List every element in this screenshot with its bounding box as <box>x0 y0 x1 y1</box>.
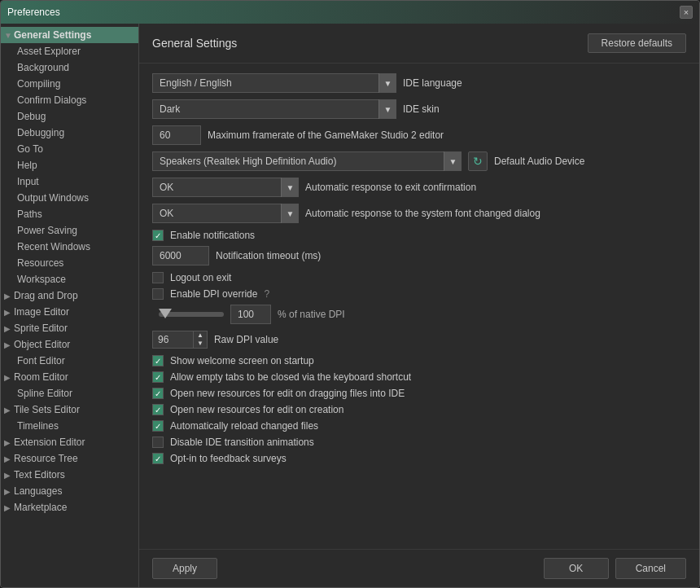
main-content: ▼General SettingsAsset ExplorerBackgroun… <box>1 24 699 587</box>
framerate-input[interactable] <box>152 125 201 145</box>
raw-dpi-row: ▲ ▼ Raw DPI value <box>152 331 686 349</box>
content-title: General Settings <box>152 37 237 50</box>
sidebar-item-paths[interactable]: Paths <box>1 206 138 222</box>
audio-refresh-button[interactable]: ↻ <box>468 151 488 171</box>
disable-ide-transition-label: Disable IDE transition animations <box>170 437 314 448</box>
check-icon: ✓ <box>155 357 161 366</box>
check-icon: ✓ <box>155 389 161 398</box>
sidebar-item-label: Paths <box>17 208 42 220</box>
sidebar-item-spline-editor[interactable]: Spline Editor <box>1 385 138 402</box>
logout-on-exit-checkbox[interactable] <box>152 272 164 283</box>
sidebar-item-debugging[interactable]: Debugging <box>1 125 138 141</box>
notification-timeout-label: Notification timeout (ms) <box>216 250 321 261</box>
sidebar-item-extension-editor[interactable]: ▶Extension Editor <box>1 434 138 450</box>
sidebar-item-drag-and-drop[interactable]: ▶Drag and Drop <box>1 287 138 304</box>
sidebar-item-sprite-editor[interactable]: ▶Sprite Editor <box>1 320 138 336</box>
framerate-row: Maximum framerate of the GameMaker Studi… <box>152 125 686 145</box>
auto-reload-checkbox[interactable]: ✓ <box>152 420 164 432</box>
apply-button[interactable]: Apply <box>152 558 217 579</box>
audio-device-select-wrap: Speakers (Realtek High Definition Audio)… <box>152 151 462 171</box>
expand-icon: ▶ <box>4 438 11 447</box>
expand-icon: ▶ <box>4 487 11 496</box>
sidebar-item-font-editor[interactable]: Font Editor <box>1 353 138 369</box>
sidebar-item-label: Go To <box>17 143 43 155</box>
sidebar-item-compiling[interactable]: Compiling <box>1 76 138 92</box>
content-header: General Settings Restore defaults <box>139 24 699 64</box>
sidebar-item-workspace[interactable]: Workspace <box>1 271 138 287</box>
cancel-button[interactable]: Cancel <box>615 558 686 579</box>
expand-icon: ▶ <box>4 503 11 512</box>
sidebar-item-image-editor[interactable]: ▶Image Editor <box>1 304 138 320</box>
restore-defaults-button[interactable]: Restore defaults <box>588 33 686 53</box>
dpi-slider-track[interactable] <box>159 312 224 317</box>
sidebar-item-label: Object Editor <box>14 339 70 350</box>
enable-dpi-override-label: Enable DPI override <box>170 288 257 300</box>
sidebar-item-asset-explorer[interactable]: Asset Explorer <box>1 43 138 59</box>
check-icon: ✓ <box>155 373 161 382</box>
title-bar: Preferences × <box>1 1 699 24</box>
exit-confirmation-select[interactable]: OK Cancel Ask <box>152 178 299 197</box>
font-changed-select-wrap: OK Cancel Ask ▼ <box>152 204 299 223</box>
sidebar-item-label: Compiling <box>17 78 60 90</box>
ide-language-select-wrap: English / English French / Français Germ… <box>152 73 396 93</box>
sidebar-item-confirm-dialogs[interactable]: Confirm Dialogs <box>1 92 138 108</box>
show-welcome-screen-checkbox[interactable]: ✓ <box>152 355 164 366</box>
sidebar-item-resources[interactable]: Resources <box>1 255 138 271</box>
sidebar-item-general-settings[interactable]: ▼General Settings <box>1 27 138 43</box>
ide-skin-row: Dark Light ▼ IDE skin <box>152 99 686 119</box>
sidebar-item-background[interactable]: Background <box>1 59 138 76</box>
dpi-percent-label: % of native DPI <box>278 309 345 320</box>
sidebar-item-label: Resource Tree <box>14 453 78 464</box>
open-new-resources-creation-label: Open new resources for edit on creation <box>170 404 343 415</box>
dpi-help-icon[interactable]: ? <box>264 288 269 300</box>
allow-empty-tabs-checkbox[interactable]: ✓ <box>152 371 164 383</box>
expand-icon: ▶ <box>4 324 11 333</box>
opt-in-feedback-checkbox[interactable]: ✓ <box>152 453 164 464</box>
sidebar-item-power-saving[interactable]: Power Saving <box>1 222 138 239</box>
sidebar-item-label: Confirm Dialogs <box>17 94 86 106</box>
ok-button[interactable]: OK <box>544 558 609 579</box>
sidebar-item-output-windows[interactable]: Output Windows <box>1 190 138 206</box>
expand-icon: ▶ <box>4 292 11 301</box>
open-new-resources-drag-checkbox[interactable]: ✓ <box>152 388 164 399</box>
sidebar-item-languages[interactable]: ▶Languages <box>1 483 138 499</box>
sidebar-item-object-editor[interactable]: ▶Object Editor <box>1 336 138 353</box>
sidebar-item-timelines[interactable]: Timelines <box>1 418 138 434</box>
sidebar-item-label: Extension Editor <box>14 437 85 448</box>
sidebar-item-label: Power Saving <box>17 225 77 236</box>
raw-dpi-label: Raw DPI value <box>214 334 278 345</box>
allow-empty-tabs-row: ✓ Allow empty tabs to be closed via the … <box>152 371 686 383</box>
notification-timeout-input[interactable] <box>152 246 209 265</box>
window-title: Preferences <box>7 7 60 18</box>
sidebar: ▼General SettingsAsset ExplorerBackgroun… <box>1 24 139 587</box>
audio-device-label: Default Audio Device <box>494 156 584 167</box>
sidebar-item-help[interactable]: Help <box>1 157 138 173</box>
sidebar-item-tile-sets-editor[interactable]: ▶Tile Sets Editor <box>1 402 138 418</box>
exit-confirmation-select-wrap: OK Cancel Ask ▼ <box>152 178 299 197</box>
sidebar-item-input[interactable]: Input <box>1 173 138 190</box>
sidebar-item-debug[interactable]: Debug <box>1 108 138 125</box>
sidebar-item-recent-windows[interactable]: Recent Windows <box>1 239 138 255</box>
ide-skin-select[interactable]: Dark Light <box>152 99 396 119</box>
sidebar-item-text-editors[interactable]: ▶Text Editors <box>1 467 138 483</box>
ide-language-select[interactable]: English / English French / Français Germ… <box>152 73 396 93</box>
spinbox-up-button[interactable]: ▲ <box>194 331 207 340</box>
open-new-resources-creation-checkbox[interactable]: ✓ <box>152 404 164 415</box>
sidebar-item-label: General Settings <box>14 29 91 41</box>
dpi-percent-input[interactable] <box>230 305 271 324</box>
disable-ide-transition-checkbox[interactable] <box>152 437 164 448</box>
font-changed-select[interactable]: OK Cancel Ask <box>152 204 299 223</box>
enable-notifications-checkbox[interactable]: ✓ <box>152 230 164 241</box>
raw-dpi-input[interactable] <box>152 331 193 349</box>
enable-dpi-override-checkbox[interactable] <box>152 288 164 300</box>
sidebar-item-go-to[interactable]: Go To <box>1 141 138 157</box>
spinbox-down-button[interactable]: ▼ <box>194 340 207 348</box>
audio-device-select[interactable]: Speakers (Realtek High Definition Audio) <box>152 151 462 171</box>
sidebar-item-marketplace[interactable]: ▶Marketplace <box>1 499 138 516</box>
sidebar-item-room-editor[interactable]: ▶Room Editor <box>1 369 138 385</box>
sidebar-item-label: Marketplace <box>14 502 67 513</box>
show-welcome-screen-label: Show welcome screen on startup <box>170 355 314 366</box>
close-button[interactable]: × <box>680 6 693 19</box>
sidebar-item-resource-tree[interactable]: ▶Resource Tree <box>1 450 138 467</box>
ide-language-label: IDE language <box>403 77 462 89</box>
